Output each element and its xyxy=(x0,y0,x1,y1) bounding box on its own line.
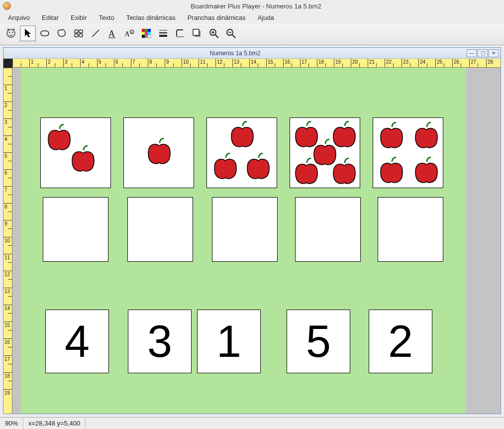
svg-point-14 xyxy=(132,31,133,31)
apple-icon xyxy=(230,121,255,148)
svg-point-2 xyxy=(12,32,13,33)
line-tool-icon[interactable] xyxy=(88,25,103,41)
status-bar: 90% x=28,348 y=5,400 xyxy=(0,417,504,429)
svg-rect-20 xyxy=(148,32,151,35)
apple-icon xyxy=(414,157,439,184)
color-palette-icon[interactable] xyxy=(138,25,154,41)
svg-line-8 xyxy=(92,30,99,37)
apple-icon xyxy=(379,157,404,184)
apple-card-5[interactable] xyxy=(290,117,360,188)
svg-rect-5 xyxy=(79,30,83,33)
svg-rect-6 xyxy=(75,34,78,37)
menu-editar[interactable]: Editar xyxy=(37,13,64,22)
ruler-corner xyxy=(3,59,12,68)
drop-zone-2[interactable] xyxy=(127,197,193,262)
window-title: Boardmaker Plus Player - Numeros 1a 5.bm… xyxy=(11,2,501,10)
svg-rect-16 xyxy=(145,29,148,32)
apple-card-2[interactable] xyxy=(40,117,111,188)
svg-point-12 xyxy=(130,30,134,34)
svg-point-1 xyxy=(9,32,10,33)
svg-rect-17 xyxy=(148,29,151,32)
apple-card-3[interactable] xyxy=(206,117,277,188)
svg-line-35 xyxy=(232,35,235,38)
svg-rect-7 xyxy=(79,34,83,37)
zoom-in-icon[interactable] xyxy=(206,25,222,41)
apple-icon xyxy=(213,153,238,180)
svg-point-13 xyxy=(131,31,131,31)
drop-zone-5[interactable] xyxy=(378,197,443,262)
svg-point-0 xyxy=(7,29,15,37)
window-titlebar: Boardmaker Plus Player - Numeros 1a 5.bm… xyxy=(0,0,504,12)
document-titlebar[interactable]: Numeros 1a 5.bm2 — ▢ ✕ xyxy=(3,48,501,59)
vertical-ruler[interactable]: 12345678910111213141516171819 xyxy=(3,68,12,414)
svg-text:A: A xyxy=(124,30,130,38)
apple-icon xyxy=(379,122,404,149)
line-weight-icon[interactable] xyxy=(155,25,171,41)
board-page[interactable]: 4 3 1 5 2 xyxy=(20,68,466,414)
maximize-button[interactable]: ▢ xyxy=(478,49,488,57)
corner-tool-icon[interactable] xyxy=(172,25,188,41)
svg-rect-22 xyxy=(145,35,148,38)
svg-rect-19 xyxy=(145,32,148,35)
apple-icon xyxy=(147,138,172,165)
svg-rect-18 xyxy=(142,32,145,35)
app-icon xyxy=(3,2,11,10)
apple-icon xyxy=(246,153,271,180)
menu-texto[interactable]: Texto xyxy=(94,13,119,22)
face-tool-icon[interactable] xyxy=(3,25,19,41)
number-card-5[interactable]: 5 xyxy=(287,310,350,373)
svg-rect-15 xyxy=(142,29,145,32)
grid-tool-icon[interactable] xyxy=(71,25,87,41)
status-zoom: 90% xyxy=(0,418,23,429)
apple-icon xyxy=(47,124,72,151)
rounded-rect-tool-icon[interactable] xyxy=(37,25,53,41)
symbol-text-tool-icon[interactable]: A xyxy=(121,25,137,41)
toolbar: A A xyxy=(0,24,504,45)
apple-icon xyxy=(332,158,357,185)
svg-rect-21 xyxy=(142,35,145,38)
apple-card-1[interactable] xyxy=(123,117,194,188)
menu-pranchas-dinamicas[interactable]: Pranchas dinâmicas xyxy=(183,13,251,22)
pointer-tool-icon[interactable] xyxy=(20,25,36,41)
apple-icon xyxy=(71,145,96,172)
number-card-3[interactable]: 3 xyxy=(128,310,192,373)
svg-rect-23 xyxy=(148,35,151,38)
text-tool-icon[interactable]: A xyxy=(104,25,120,41)
menu-teclas-dinamicas[interactable]: Teclas dinâmicas xyxy=(121,13,181,22)
number-card-1[interactable]: 1 xyxy=(197,310,261,373)
status-coords: x=28,348 y=5,400 xyxy=(23,418,86,429)
canvas-area[interactable]: 4 3 1 5 2 xyxy=(12,68,501,414)
svg-rect-4 xyxy=(75,30,78,33)
document-title: Numeros 1a 5.bm2 xyxy=(3,50,467,57)
menu-exibir[interactable]: Exibir xyxy=(66,13,92,22)
number-card-2[interactable]: 2 xyxy=(369,310,432,373)
apple-card-4[interactable] xyxy=(373,117,443,188)
zoom-out-icon[interactable] xyxy=(223,25,239,41)
document-window: Numeros 1a 5.bm2 — ▢ ✕ 12345678910111213… xyxy=(3,47,501,414)
apple-icon xyxy=(294,158,319,185)
drop-zone-4[interactable] xyxy=(295,197,361,262)
drop-zone-3[interactable] xyxy=(212,197,278,262)
horizontal-ruler[interactable]: 1234567891011121314151617181920212223242… xyxy=(12,59,501,68)
minimize-button[interactable]: — xyxy=(467,49,477,57)
freeform-tool-icon[interactable] xyxy=(54,25,70,41)
apple-icon xyxy=(414,122,439,149)
menu-ajuda[interactable]: Ajuda xyxy=(253,13,279,22)
svg-rect-3 xyxy=(41,31,49,36)
svg-line-31 xyxy=(215,35,218,38)
svg-rect-29 xyxy=(193,29,199,35)
menu-arquivo[interactable]: Arquivo xyxy=(3,13,35,22)
shadow-tool-icon[interactable] xyxy=(189,25,205,41)
close-button[interactable]: ✕ xyxy=(489,49,499,57)
menu-bar: Arquivo Editar Exibir Texto Teclas dinâm… xyxy=(0,12,504,24)
svg-text:A: A xyxy=(108,29,115,39)
drop-zone-1[interactable] xyxy=(43,197,108,262)
workspace: Numeros 1a 5.bm2 — ▢ ✕ 12345678910111213… xyxy=(0,45,504,417)
number-card-4[interactable]: 4 xyxy=(45,310,109,373)
